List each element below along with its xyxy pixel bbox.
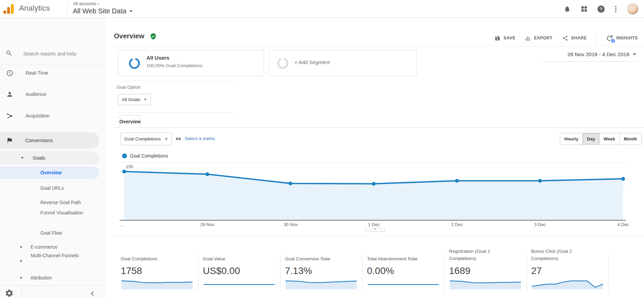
date-caret-icon (633, 53, 636, 55)
goal-option-dropdown[interactable]: All Goals (118, 94, 151, 105)
avatar[interactable] (627, 3, 639, 15)
page-title: Overview (114, 32, 144, 40)
card-divider (444, 254, 445, 292)
legend-label: Goal Completions (130, 153, 168, 159)
person-icon (6, 91, 13, 98)
card-label[interactable]: Goal Completions (121, 255, 184, 262)
chart-legend: Goal Completions (122, 153, 168, 159)
property-selector[interactable]: All Web Site Data (73, 7, 133, 15)
chart-section-divider (106, 236, 644, 237)
sidebar-item-goal-flow[interactable]: Goal Flow (40, 229, 62, 237)
card-value: US$0.00 (203, 265, 240, 276)
property-name: All Web Site Data (73, 7, 126, 15)
card-value: 1758 (121, 265, 142, 276)
goal-option-label: Goal Option: (117, 85, 142, 90)
save-icon (495, 35, 500, 41)
granularity-hourly-button[interactable]: Hourly (560, 133, 582, 145)
app-name: Analytics (19, 4, 50, 13)
title-divider (106, 46, 644, 46)
sidebar-item-multi-channel-funnels[interactable]: Multi-Channel Funnels (31, 252, 80, 259)
save-button[interactable]: SAVE (495, 35, 515, 41)
granularity-week-button[interactable]: Week (599, 133, 619, 145)
sidebar-item-reverse-goal-path[interactable]: Reverse Goal Path (40, 199, 81, 206)
download-icon (525, 35, 531, 41)
card-value: 0.00% (367, 265, 394, 276)
expander-caret-icon (374, 228, 377, 230)
clock-icon (6, 70, 13, 77)
card-sparkline (367, 278, 439, 290)
add-segment-button[interactable]: + Add Segment (269, 50, 417, 76)
insights-icon: 2 (606, 35, 613, 41)
sidebar-item-attribution[interactable]: Attribution (21, 274, 52, 282)
card-value: 27 (531, 265, 542, 276)
sidebar-item-acquisition[interactable]: Acquisition (6, 111, 50, 120)
x-tick: 3 Dec (526, 222, 554, 227)
shield-check-icon (150, 33, 157, 40)
report-toolbar: SAVE EXPORT SHARE 2 INSIGHTS (495, 33, 638, 43)
sidebar-item-ecommerce[interactable]: E-commerce (21, 243, 57, 251)
date-range-text: 28 Nov 2018 - 4 Dec 2018 (567, 51, 629, 58)
select-metric-link[interactable]: Select a metric (185, 136, 215, 141)
vs-label: vs (176, 136, 181, 141)
card-sparkline (121, 278, 193, 290)
segment-donut-gray-icon (277, 57, 289, 70)
dropdown-caret-icon (165, 138, 168, 140)
metric-dropdown[interactable]: Goal Completions (120, 133, 172, 145)
card-label[interactable]: Goal Conversion Rate (285, 255, 348, 262)
x-tick: 4 Dec (609, 222, 637, 227)
segments-divider (114, 81, 235, 81)
card-label[interactable]: Goal Value (203, 255, 266, 262)
chart-expander-button[interactable] (365, 227, 385, 232)
goal-completions-chart[interactable]: 75150 (120, 161, 626, 223)
more-vert-icon[interactable] (615, 6, 617, 12)
card-sparkline (285, 278, 357, 290)
granularity-day-button[interactable]: Day (582, 133, 599, 145)
card-label[interactable]: Bonus Click (Goal 2 Completions) (531, 248, 594, 262)
share-button[interactable]: SHARE (562, 35, 587, 41)
x-tick: 2 Dec (443, 222, 471, 227)
app-header: Analytics All accounts › All Web Site Da… (0, 0, 644, 18)
date-range-selector[interactable]: 28 Nov 2018 - 4 Dec 2018 (543, 51, 636, 62)
sidebar-item-goals-overview[interactable]: Overview (40, 169, 62, 176)
x-tick: 29 Nov (194, 222, 221, 227)
search-icon (5, 50, 13, 57)
card-divider (198, 254, 198, 292)
sidebar-item-funnel-visualisation[interactable]: Funnel Visualisation (40, 209, 85, 216)
sidebar-collapse-icon[interactable] (90, 290, 96, 297)
goal-option-divider (114, 112, 235, 113)
admin-gear-icon[interactable] (5, 289, 14, 298)
breadcrumb-chevron-icon: › (97, 1, 99, 6)
sidebar: Real-Time Audience Acquisition Behaviour… (0, 18, 106, 298)
granularity-month-button[interactable]: Month (619, 133, 641, 145)
help-icon[interactable]: ? (597, 5, 605, 13)
segment-subtitle: 100.00% Goal Completions (146, 63, 202, 68)
notifications-bell-icon[interactable] (564, 5, 571, 13)
export-button[interactable]: EXPORT (525, 35, 552, 41)
analytics-logo[interactable] (3, 4, 15, 14)
card-label[interactable]: Total Abandonment Rate (367, 255, 430, 262)
header-divider (67, 3, 67, 15)
apps-grid-icon[interactable] (581, 6, 587, 12)
segment-donut-icon (128, 57, 141, 70)
card-sparkline (531, 278, 604, 290)
header-icons: ? (564, 0, 639, 18)
segment-all-users[interactable]: All Users 100.00% Goal Completions (118, 50, 264, 76)
sidebar-item-goals[interactable]: Goals (21, 154, 45, 162)
caret-down-icon (21, 157, 24, 159)
sidebar-item-conversions[interactable]: Conversions (6, 136, 53, 145)
logo-bar-medium (7, 7, 10, 14)
toolbar-divider (596, 33, 597, 43)
card-divider (362, 254, 363, 292)
insights-button[interactable]: 2 INSIGHTS (606, 35, 638, 41)
sidebar-item-real-time[interactable]: Real-Time (6, 69, 48, 77)
sidebar-item-goal-urls[interactable]: Goal URLs (40, 184, 64, 192)
tab-overview[interactable]: Overview (120, 115, 140, 128)
svg-text:150: 150 (126, 164, 133, 169)
sidebar-item-audience[interactable]: Audience (6, 90, 46, 99)
search-input[interactable] (23, 49, 100, 59)
property-caret-icon (129, 10, 133, 12)
caret-right-icon (21, 260, 22, 262)
card-divider (608, 254, 609, 292)
card-label[interactable]: Registration (Goal 1 Completions) (449, 248, 512, 262)
breadcrumb[interactable]: All accounts › (73, 1, 99, 6)
